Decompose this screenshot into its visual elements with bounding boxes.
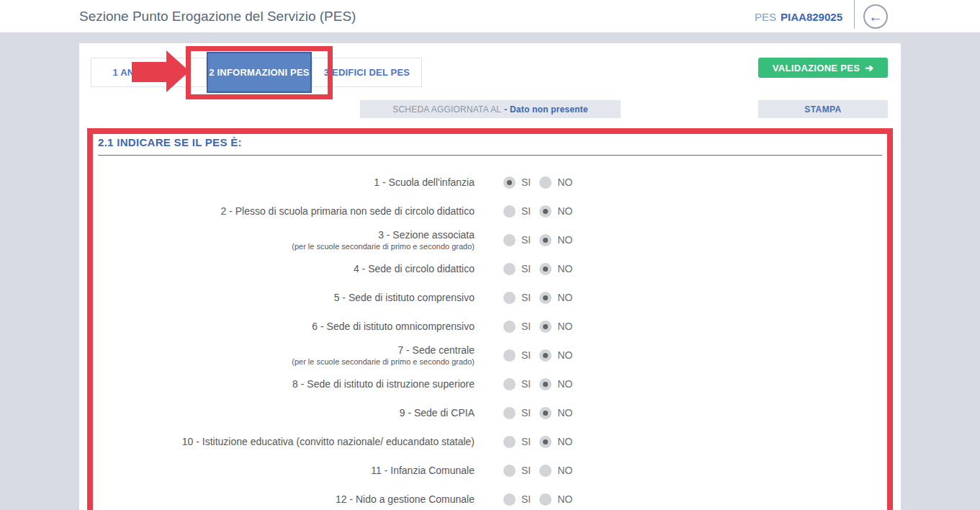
- question-label: 11 - Infanzia Comunale: [98, 464, 475, 477]
- question-label-wrap: 12 - Nido a gestione Comunale: [98, 493, 475, 506]
- radio-no-label: NO: [557, 493, 572, 505]
- back-button[interactable]: ←: [863, 4, 888, 29]
- radio-no[interactable]: [539, 378, 552, 390]
- radio-si[interactable]: [503, 263, 516, 275]
- radio-si[interactable]: [503, 205, 516, 218]
- header-divider: [854, 0, 855, 29]
- radio-group: SI NO: [503, 493, 572, 506]
- radio-no-label: NO: [557, 234, 572, 246]
- question-label: 9 - Sede di CPIA: [98, 406, 475, 419]
- radio-no[interactable]: [539, 176, 552, 189]
- question-label-wrap: 11 - Infanzia Comunale: [98, 464, 475, 477]
- radio-group: SI NO: [503, 176, 572, 189]
- radio-no-label: NO: [557, 176, 572, 188]
- radio-no[interactable]: [539, 436, 552, 448]
- question-list: 1 - Scuola dell'infanzia SI NO 2 - Pless…: [98, 168, 882, 510]
- radio-si[interactable]: [503, 465, 516, 477]
- question-row: 9 - Sede di CPIA SI NO: [98, 398, 882, 427]
- radio-no-label: NO: [557, 349, 572, 361]
- question-sublabel: (per le scuole secondarie di primo e sec…: [98, 242, 475, 251]
- question-row: 6 - Sede di istituto omnicomprensivo SI …: [98, 312, 882, 341]
- question-label: 8 - Sede di istituto di istruzione super…: [98, 377, 475, 390]
- radio-group: SI NO: [503, 321, 572, 333]
- tab-bar: 1 ANAGRAFICA 2 INFORMAZIONI PES 3 EDIFIC…: [91, 58, 422, 93]
- header-right: PES PIAA829025 ←: [755, 0, 888, 33]
- radio-group: SI NO: [503, 465, 572, 477]
- radio-group: SI NO: [503, 436, 572, 448]
- radio-no[interactable]: [539, 493, 552, 506]
- stampa-button[interactable]: STAMPA: [758, 100, 888, 118]
- tab-edifici-del-pes[interactable]: 3 EDIFICI DEL PES: [312, 58, 422, 87]
- question-row: 11 - Infanzia Comunale SI NO: [98, 456, 882, 485]
- question-label-wrap: 4 - Sede di circolo didattico: [98, 262, 475, 275]
- scheda-aggiornata-label: SCHEDA AGGIORNATA AL: [392, 104, 501, 115]
- validazione-pes-label: VALIDAZIONE PES: [773, 63, 860, 73]
- radio-si-label: SI: [521, 205, 531, 217]
- radio-si-label: SI: [521, 378, 531, 390]
- question-row: 7 - Sede centrale (per le scuole seconda…: [98, 341, 882, 370]
- question-row: 8 - Sede di istituto di istruzione super…: [98, 370, 882, 398]
- pes-code: PIAA829025: [781, 11, 842, 23]
- question-label-wrap: 1 - Scuola dell'infanzia: [98, 176, 475, 189]
- radio-no[interactable]: [539, 292, 552, 304]
- section-divider: [98, 155, 882, 156]
- question-label: 5 - Sede di istituto comprensivo: [98, 291, 475, 304]
- radio-si-label: SI: [521, 292, 531, 303]
- radio-group: SI NO: [503, 378, 572, 390]
- radio-si-label: SI: [521, 321, 531, 332]
- question-label-wrap: 5 - Sede di istituto comprensivo: [98, 291, 475, 304]
- radio-no-label: NO: [557, 378, 572, 390]
- radio-si[interactable]: [503, 321, 516, 333]
- question-row: 10 - Istituzione educativa (convitto naz…: [98, 427, 882, 456]
- radio-si-label: SI: [521, 349, 531, 361]
- radio-si-label: SI: [521, 407, 531, 419]
- question-label: 12 - Nido a gestione Comunale: [98, 493, 475, 506]
- section-2-1-panel: 2.1 INDICARE SE IL PES È: 1 - Scuola del…: [87, 128, 893, 510]
- radio-group: SI NO: [503, 234, 572, 246]
- radio-no[interactable]: [539, 321, 552, 333]
- radio-si[interactable]: [503, 234, 516, 246]
- validazione-pes-button[interactable]: VALIDAZIONE PES ➔: [758, 58, 888, 78]
- question-row: 4 - Sede di circolo didattico SI NO: [98, 254, 882, 283]
- tab-anagrafica[interactable]: 1 ANAGRAFICA: [91, 58, 207, 87]
- radio-group: SI NO: [503, 263, 572, 275]
- radio-no-label: NO: [557, 407, 572, 419]
- question-label: 7 - Sede centrale: [98, 344, 475, 357]
- radio-si-label: SI: [521, 493, 531, 505]
- tab-informazioni-pes[interactable]: 2 INFORMAZIONI PES: [207, 52, 312, 93]
- radio-si-label: SI: [521, 176, 531, 188]
- question-label: 6 - Sede di istituto omnicomprensivo: [98, 320, 475, 333]
- radio-no[interactable]: [539, 465, 552, 477]
- page-title: Sezione Punto Erogazione del Servizio (P…: [79, 0, 356, 33]
- radio-no-label: NO: [557, 465, 572, 476]
- radio-no[interactable]: [539, 407, 552, 419]
- question-label-wrap: 3 - Sezione associata (per le scuole sec…: [98, 228, 475, 251]
- pes-label: PES: [755, 11, 776, 23]
- radio-si[interactable]: [503, 378, 516, 390]
- question-row: 5 - Sede di istituto comprensivo SI NO: [98, 283, 882, 312]
- radio-si[interactable]: [503, 436, 516, 448]
- radio-si[interactable]: [503, 176, 516, 189]
- radio-si[interactable]: [503, 407, 516, 419]
- question-row: 1 - Scuola dell'infanzia SI NO: [98, 168, 882, 197]
- question-row: 2 - Plesso di scuola primaria non sede d…: [98, 197, 882, 225]
- radio-si-label: SI: [521, 436, 531, 447]
- radio-no[interactable]: [539, 263, 552, 275]
- radio-no-label: NO: [557, 292, 572, 303]
- question-label-wrap: 8 - Sede di istituto di istruzione super…: [98, 377, 475, 390]
- question-label-wrap: 9 - Sede di CPIA: [98, 406, 475, 419]
- radio-group: SI NO: [503, 292, 572, 304]
- question-label-wrap: 2 - Plesso di scuola primaria non sede d…: [98, 205, 475, 218]
- radio-no[interactable]: [539, 234, 552, 246]
- section-title: 2.1 INDICARE SE IL PES È:: [98, 136, 882, 148]
- radio-si[interactable]: [503, 493, 516, 506]
- radio-no[interactable]: [539, 205, 552, 218]
- radio-no-label: NO: [557, 436, 572, 447]
- question-label: 10 - Istituzione educativa (convitto naz…: [98, 435, 475, 448]
- radio-no-label: NO: [557, 263, 572, 274]
- radio-si[interactable]: [503, 349, 516, 362]
- radio-no[interactable]: [539, 349, 552, 362]
- question-label-wrap: 7 - Sede centrale (per le scuole seconda…: [98, 344, 475, 366]
- radio-si-label: SI: [521, 465, 531, 476]
- radio-si[interactable]: [503, 292, 516, 304]
